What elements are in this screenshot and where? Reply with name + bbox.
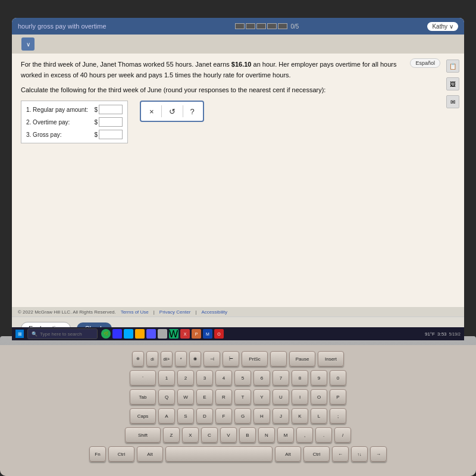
taskbar-icon-store[interactable]: [146, 329, 156, 339]
key-w[interactable]: W: [177, 389, 194, 405]
key-t[interactable]: T: [234, 389, 251, 405]
laptop-screen: hourly gross pay with overtime 0/5 Kathy…: [12, 18, 464, 339]
key-e[interactable]: E: [196, 389, 213, 405]
taskbar-icon-edge[interactable]: [124, 329, 133, 339]
key-back[interactable]: ⊣: [203, 351, 220, 367]
key-slash[interactable]: /: [334, 427, 351, 443]
key-z[interactable]: Z: [163, 427, 180, 443]
key-3[interactable]: 3: [196, 370, 213, 386]
close-action-button[interactable]: ×: [149, 107, 154, 116]
espanol-badge[interactable]: Español: [410, 58, 440, 68]
taskbar-icon-teams[interactable]: M: [203, 329, 212, 339]
key-ctrl-right[interactable]: Ctrl: [303, 446, 330, 462]
key-space[interactable]: [165, 446, 273, 462]
key-caps[interactable]: Caps: [130, 408, 156, 424]
key-p[interactable]: P: [330, 389, 346, 405]
key-b[interactable]: B: [239, 427, 256, 443]
key-g[interactable]: G: [234, 408, 251, 424]
key-comma[interactable]: ,: [296, 427, 313, 443]
key-h[interactable]: H: [253, 408, 270, 424]
key-l[interactable]: L: [311, 408, 327, 424]
key-x[interactable]: X: [182, 427, 199, 443]
key-prtsc[interactable]: PrtSc: [242, 351, 268, 367]
prog-box-2: [246, 23, 255, 29]
key-star[interactable]: *: [175, 351, 187, 367]
keyboard-row-bottom: Fn Ctrl Alt Alt Ctrl ← ↑↓ →: [89, 446, 387, 462]
key-f[interactable]: F: [215, 408, 232, 424]
clipboard-icon[interactable]: 📋: [446, 60, 459, 73]
key-alt-left[interactable]: Alt: [137, 446, 163, 462]
key-shift-left[interactable]: Shift: [125, 427, 161, 443]
key-fn-special[interactable]: ⊕: [132, 351, 144, 367]
privacy-link[interactable]: Privacy Center: [159, 309, 190, 315]
progress-text: 0/5: [291, 23, 299, 30]
taskbar-icon-excel[interactable]: X: [180, 329, 190, 339]
key-c[interactable]: C: [201, 427, 218, 443]
key-9[interactable]: 9: [311, 370, 327, 386]
key-1[interactable]: 1: [158, 370, 175, 386]
key-pause[interactable]: Pause: [289, 351, 315, 367]
key-o[interactable]: O: [311, 389, 327, 405]
key-alt-right[interactable]: Alt: [275, 446, 301, 462]
key-k[interactable]: K: [292, 408, 308, 424]
key-tab[interactable]: Tab: [130, 389, 156, 405]
key-u[interactable]: U: [273, 389, 289, 405]
key-6[interactable]: 6: [253, 370, 270, 386]
undo-action-button[interactable]: ↺: [169, 107, 176, 116]
image-icon[interactable]: 🖼: [446, 77, 459, 90]
key-forward[interactable]: ⊢: [223, 351, 239, 367]
key-ctrl-left[interactable]: Ctrl: [108, 446, 134, 462]
gross-pay-input[interactable]: [99, 130, 123, 139]
key-period[interactable]: .: [315, 427, 332, 443]
terms-link[interactable]: Terms of Use: [121, 309, 149, 315]
key-7[interactable]: 7: [273, 370, 289, 386]
taskbar-icon-1[interactable]: 🌿: [101, 329, 111, 339]
key-n[interactable]: N: [258, 427, 275, 443]
key-2[interactable]: 2: [177, 370, 194, 386]
key-v[interactable]: V: [220, 427, 237, 443]
separator-copyright: |: [154, 309, 155, 315]
key-8[interactable]: 8: [292, 370, 308, 386]
key-0[interactable]: 0: [330, 370, 346, 386]
key-4[interactable]: 4: [215, 370, 232, 386]
taskbar-icon-files[interactable]: [135, 329, 145, 339]
key-insert[interactable]: Insert: [318, 351, 344, 367]
key-y[interactable]: Y: [253, 389, 270, 405]
key-backtick[interactable]: `: [130, 370, 156, 386]
key-j[interactable]: J: [273, 408, 289, 424]
key-i[interactable]: I: [292, 389, 308, 405]
key-dil[interactable]: dil+: [161, 351, 173, 367]
key-semicolon[interactable]: ;: [330, 408, 346, 424]
key-s[interactable]: S: [177, 408, 194, 424]
key-di[interactable]: di: [146, 351, 158, 367]
search-input[interactable]: [40, 331, 93, 337]
key-5[interactable]: 5: [234, 370, 251, 386]
key-arrow-updown[interactable]: ↑↓: [351, 446, 368, 462]
user-badge[interactable]: Kathy ∨: [427, 22, 458, 31]
dropdown-toggle-button[interactable]: ∨: [21, 37, 35, 51]
key-circle[interactable]: ◉: [189, 351, 201, 367]
help-action-button[interactable]: ?: [190, 107, 195, 116]
key-m[interactable]: M: [277, 427, 294, 443]
key-fn[interactable]: Fn: [89, 446, 106, 462]
regular-pay-input[interactable]: [99, 105, 123, 114]
taskbar-icon-word[interactable]: W: [169, 329, 178, 339]
windows-icon[interactable]: ⊞: [15, 330, 24, 338]
key-q[interactable]: Q: [158, 389, 175, 405]
overtime-pay-input[interactable]: [99, 117, 123, 127]
accessibility-link[interactable]: Accessibility: [201, 309, 227, 315]
problem-text-part1: For the third week of June, Janet Thomas…: [21, 61, 231, 68]
key-r[interactable]: R: [215, 389, 232, 405]
key-arrow-left[interactable]: ←: [332, 446, 349, 462]
key-a[interactable]: A: [158, 408, 175, 424]
copyright-bar: © 2022 McGraw Hill LLC. All Rights Reser…: [12, 307, 464, 317]
key-empty[interactable]: [270, 351, 287, 367]
taskbar-icon-mail[interactable]: [158, 329, 167, 339]
taskbar-icon-ppt[interactable]: P: [192, 329, 201, 339]
mail-icon[interactable]: ✉: [446, 95, 459, 108]
keyboard-row-zxcv: Shift Z X C V B N M , . /: [125, 427, 351, 443]
key-d[interactable]: D: [196, 408, 213, 424]
taskbar-icon-firefox[interactable]: [112, 329, 122, 339]
taskbar-icon-office[interactable]: O: [214, 329, 224, 339]
key-arrow-right[interactable]: →: [370, 446, 387, 462]
